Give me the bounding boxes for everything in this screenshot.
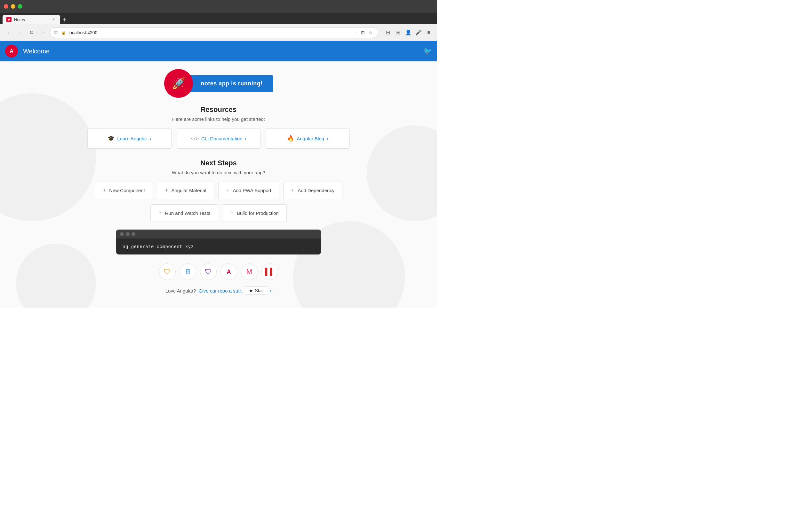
angular-logo: A [5, 45, 18, 58]
add-dependency-label: Add Dependency [297, 188, 334, 193]
browser-toolbar: ‹ › ↻ ⌂ 🛡 🔒 localhost:4200 ··· ⊞ ☆ ⊟ ⊞ 👤… [0, 24, 437, 41]
resource-card-cli-docs[interactable]: </> CLI Documentation › [177, 128, 261, 149]
chevron-right-icon[interactable]: › [270, 287, 272, 294]
partner-icon-5[interactable]: M [241, 263, 258, 280]
back-button[interactable]: ‹ [4, 28, 13, 37]
step-card-add-pwa[interactable]: + Add PWA Support [218, 182, 279, 199]
term-dot-2 [126, 232, 130, 236]
angular-blog-icon: 🔥 [287, 135, 294, 142]
angular-material-label: Angular Material [171, 188, 206, 193]
tab-favicon: A [6, 17, 12, 22]
reader-view-button[interactable]: ⊞ [360, 30, 366, 36]
terminal: ng generate component xyz [116, 230, 321, 254]
step-card-new-component[interactable]: + New Component [95, 182, 153, 199]
new-tab-button[interactable]: + [60, 16, 69, 24]
star-label: Star [255, 288, 263, 293]
term-dot-1 [120, 232, 124, 236]
toolbar-right: ⊟ ⊞ 👤 🎤 ≡ [383, 28, 433, 37]
shield-icon: 🛡 [54, 30, 58, 35]
hero-text-box: notes app is running! [190, 75, 273, 92]
address-bar-actions: ··· ⊞ ☆ [352, 30, 374, 36]
next-steps-subtitle: What do you want to do next with your ap… [172, 170, 265, 175]
browser-tab-bar: A Notes × + [0, 13, 437, 24]
footer: Love Angular? Give our repo a star. ★ St… [165, 286, 272, 295]
partner-icon-4[interactable]: A [220, 263, 237, 280]
terminal-bar [116, 230, 321, 239]
angular-blog-label: Angular Blog [297, 136, 324, 141]
build-prod-plus-icon: + [230, 210, 234, 216]
lock-icon: 🔒 [61, 31, 66, 35]
angular-blog-arrow: › [327, 136, 328, 141]
footer-text: Love Angular? [165, 288, 196, 293]
partner-icon-1[interactable]: 🛡 [159, 263, 176, 280]
mic-button[interactable]: 🎤 [414, 28, 423, 37]
run-tests-label: Run and Watch Tests [165, 210, 211, 216]
library-button[interactable]: ⊟ [383, 28, 392, 37]
navbar-left: A Welcome [5, 45, 50, 58]
sidebar-button[interactable]: ⊞ [394, 28, 403, 37]
step-card-add-dependency[interactable]: + Add Dependency [283, 182, 343, 199]
next-steps-row2: + Run and Watch Tests + Build for Produc… [150, 204, 287, 222]
browser-titlebar [0, 0, 437, 13]
add-pwa-label: Add PWA Support [233, 188, 271, 193]
address-bar[interactable]: 🛡 🔒 localhost:4200 ··· ⊞ ☆ [50, 27, 378, 38]
traffic-light-red[interactable] [4, 4, 8, 8]
next-steps-row1: + New Component + Angular Material + Add… [87, 182, 350, 199]
terminal-body: ng generate component xyz [116, 239, 321, 254]
traffic-light-yellow[interactable] [11, 4, 15, 8]
run-tests-plus-icon: + [158, 210, 162, 216]
terminal-code: ng generate component xyz [123, 244, 194, 249]
cli-docs-label: CLI Documentation [201, 136, 242, 141]
learn-angular-arrow: › [150, 136, 151, 141]
hero-banner: 🚀 notes app is running! [164, 69, 273, 98]
forward-button[interactable]: › [15, 28, 24, 37]
partner-icons: 🛡 🖥 🛡 A M ▌▌ [159, 263, 278, 280]
bookmark-button[interactable]: ☆ [367, 30, 374, 36]
resource-card-learn-angular[interactable]: 🎓 Learn Angular › [87, 128, 171, 149]
star-button[interactable]: ★ Star [245, 286, 268, 295]
star-icon: ★ [249, 288, 253, 293]
url-text: localhost:4200 [69, 30, 349, 35]
navbar-title: Welcome [23, 48, 50, 55]
step-card-angular-material[interactable]: + Angular Material [157, 182, 214, 199]
learn-angular-label: Learn Angular [117, 136, 147, 141]
app-content: 🚀 notes app is running! Resources Here a… [0, 61, 437, 307]
resources-subtitle: Here are some links to help you get star… [172, 116, 265, 122]
cli-docs-arrow: › [245, 136, 247, 141]
rocket-circle: 🚀 [164, 69, 193, 98]
build-prod-label: Build for Production [237, 210, 279, 216]
tab-title: Notes [14, 17, 25, 22]
step-card-run-watch-tests[interactable]: + Run and Watch Tests [150, 204, 218, 222]
tab-close-button[interactable]: × [51, 17, 56, 22]
angular-material-plus-icon: + [165, 187, 168, 194]
browser-tab[interactable]: A Notes × [3, 15, 60, 24]
home-button[interactable]: ⌂ [38, 28, 47, 37]
step-card-build-production[interactable]: + Build for Production [222, 204, 286, 222]
twitter-icon[interactable]: 🐦 [423, 47, 432, 55]
resource-cards: 🎓 Learn Angular › </> CLI Documentation … [87, 128, 350, 149]
partner-icon-3[interactable]: 🛡 [200, 263, 217, 280]
add-dependency-plus-icon: + [291, 187, 295, 194]
partner-icon-2[interactable]: 🖥 [180, 263, 196, 280]
menu-button[interactable]: ≡ [424, 28, 433, 37]
overflow-button[interactable]: ··· [352, 30, 358, 36]
cli-docs-icon: </> [191, 136, 199, 141]
app-navbar: A Welcome 🐦 [0, 41, 437, 61]
traffic-light-green[interactable] [18, 4, 22, 8]
term-dot-3 [131, 232, 135, 236]
next-steps-title: Next Steps [200, 159, 237, 167]
learn-angular-icon: 🎓 [108, 135, 114, 142]
new-component-plus-icon: + [103, 187, 106, 194]
footer-link[interactable]: Give our repo a star. [199, 288, 242, 293]
add-pwa-plus-icon: + [226, 187, 230, 194]
new-component-label: New Component [109, 188, 145, 193]
rocket-icon: 🚀 [171, 77, 186, 90]
resource-card-angular-blog[interactable]: 🔥 Angular Blog › [266, 128, 350, 149]
reload-button[interactable]: ↻ [27, 28, 36, 37]
resources-title: Resources [201, 106, 237, 114]
account-button[interactable]: 👤 [404, 28, 413, 37]
partner-icon-6[interactable]: ▌▌ [261, 263, 278, 280]
